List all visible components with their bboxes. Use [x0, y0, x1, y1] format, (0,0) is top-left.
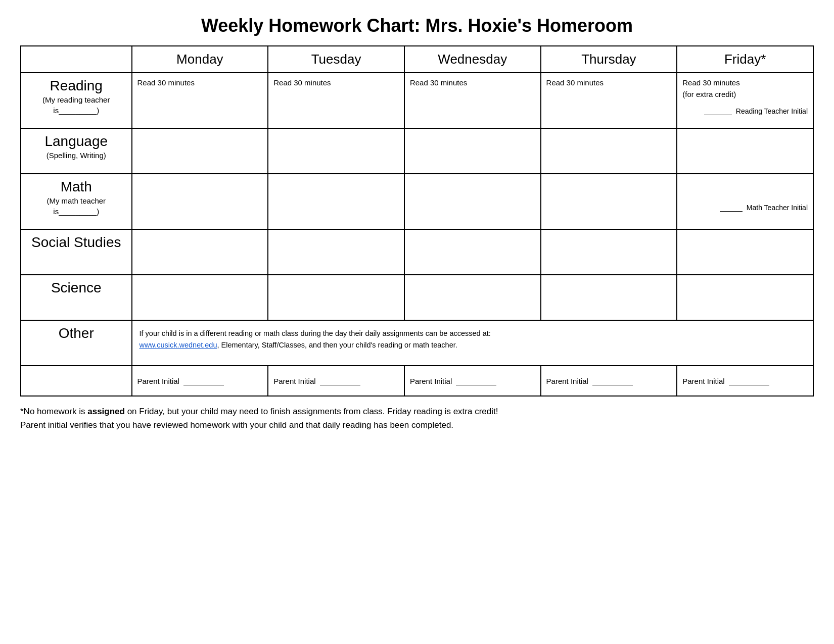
parent-initial-label-fri: Parent Initial	[682, 377, 724, 385]
language-wednesday	[404, 128, 541, 174]
footnote-line2: Parent initial verifies that you have re…	[20, 418, 814, 432]
language-label: Language	[26, 133, 126, 150]
homework-chart: Monday Tuesday Wednesday Thursday Friday…	[20, 45, 814, 397]
parent-wednesday: Parent Initial	[404, 366, 541, 396]
subject-science: Science	[21, 275, 132, 320]
math-sub: (My math teacher is_________)	[26, 195, 126, 217]
social-friday	[677, 229, 813, 275]
subject-reading: Reading (My reading teacher is_________)	[21, 73, 132, 128]
math-teacher-initial-label: Math Teacher Initial	[747, 204, 808, 212]
parent-row: Parent Initial Parent Initial Parent Ini…	[21, 366, 813, 396]
footnote: *No homework is assigned on Friday, but …	[20, 405, 814, 432]
header-friday: Friday*	[677, 46, 813, 73]
social-tuesday	[268, 229, 404, 275]
math-thursday	[541, 174, 677, 229]
subject-math: Math (My math teacher is_________)	[21, 174, 132, 229]
footnote-suffix: on Friday, but your child may need to fi…	[125, 407, 498, 416]
social-thursday	[541, 229, 677, 275]
reading-row: Reading (My reading teacher is_________)…	[21, 73, 813, 128]
parent-friday: Parent Initial	[677, 366, 813, 396]
language-friday	[677, 128, 813, 174]
parent-line-wed	[456, 385, 496, 385]
parent-line-tue	[320, 385, 360, 385]
other-info-line2: , Elementary, Staff/Classes, and then yo…	[217, 341, 457, 349]
footnote-prefix: *No homework is	[20, 407, 87, 416]
reading-sub: (My reading teacher is_________)	[26, 94, 126, 116]
page-title: Weekly Homework Chart: Mrs. Hoxie's Home…	[20, 15, 814, 36]
parent-line-thu	[592, 385, 633, 385]
science-thursday	[541, 275, 677, 320]
header-empty	[21, 46, 132, 73]
subject-other: Other	[21, 320, 132, 366]
header-thursday: Thursday	[541, 46, 677, 73]
other-label: Other	[26, 325, 126, 342]
social-monday	[132, 229, 268, 275]
social-label: Social Studies	[26, 234, 126, 251]
reading-wednesday: Read 30 minutes	[404, 73, 541, 128]
science-monday	[132, 275, 268, 320]
header-monday: Monday	[132, 46, 268, 73]
language-row: Language (Spelling, Writing)	[21, 128, 813, 174]
other-row: Other If your child is in a different re…	[21, 320, 813, 366]
reading-thursday: Read 30 minutes	[541, 73, 677, 128]
science-row: Science	[21, 275, 813, 320]
language-monday	[132, 128, 268, 174]
subject-language: Language (Spelling, Writing)	[21, 128, 132, 174]
parent-initial-label-wed: Parent Initial	[410, 377, 452, 385]
parent-line-fri	[729, 385, 769, 385]
science-label: Science	[26, 279, 126, 296]
math-label: Math	[26, 178, 126, 195]
parent-initial-label-tue: Parent Initial	[273, 377, 315, 385]
reading-monday: Read 30 minutes	[132, 73, 268, 128]
header-row: Monday Tuesday Wednesday Thursday Friday…	[21, 46, 813, 73]
language-thursday	[541, 128, 677, 174]
math-wednesday	[404, 174, 541, 229]
parent-monday: Parent Initial	[132, 366, 268, 396]
math-friday: Math Teacher Initial	[677, 174, 813, 229]
social-wednesday	[404, 229, 541, 275]
reading-teacher-initial-label: Reading Teacher Initial	[736, 107, 808, 115]
header-tuesday: Tuesday	[268, 46, 404, 73]
math-tuesday	[268, 174, 404, 229]
parent-line-mon	[183, 385, 224, 385]
science-tuesday	[268, 275, 404, 320]
parent-tuesday: Parent Initial	[268, 366, 404, 396]
social-row: Social Studies	[21, 229, 813, 275]
other-info-line1: If your child is in a different reading …	[140, 329, 491, 337]
other-info-link[interactable]: www.cusick.wednet.edu	[140, 341, 217, 349]
math-row: Math (My math teacher is_________) Math …	[21, 174, 813, 229]
science-friday	[677, 275, 813, 320]
parent-thursday: Parent Initial	[541, 366, 677, 396]
footnote-bold: assigned	[87, 407, 125, 416]
language-tuesday	[268, 128, 404, 174]
parent-initial-label-mon: Parent Initial	[137, 377, 179, 385]
reading-friday: Read 30 minutes (for extra credit) Readi…	[677, 73, 813, 128]
reading-tuesday: Read 30 minutes	[268, 73, 404, 128]
reading-label: Reading	[26, 77, 126, 94]
subject-social: Social Studies	[21, 229, 132, 275]
header-wednesday: Wednesday	[404, 46, 541, 73]
parent-empty	[21, 366, 132, 396]
other-info-cell: If your child is in a different reading …	[132, 320, 813, 366]
parent-initial-label-thu: Parent Initial	[546, 377, 588, 385]
math-monday	[132, 174, 268, 229]
science-wednesday	[404, 275, 541, 320]
language-sub: (Spelling, Writing)	[26, 150, 126, 161]
